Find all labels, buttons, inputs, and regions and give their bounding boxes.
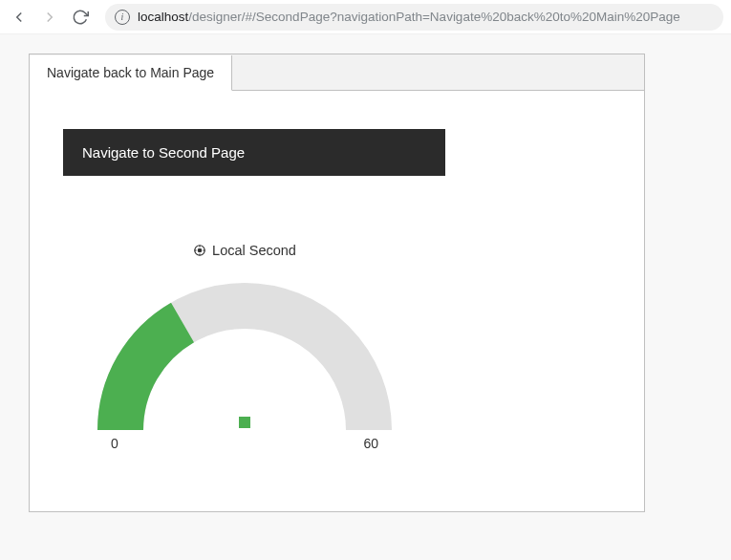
navigate-second-page-button[interactable]: Navigate to Second Page xyxy=(63,129,445,176)
svg-point-1 xyxy=(198,248,202,252)
gauge-max-label: 60 xyxy=(363,436,378,451)
gauge-chart: Local Second 0 60 xyxy=(82,243,407,451)
address-bar[interactable]: i localhost/designer/#/SecondPage?naviga… xyxy=(105,4,723,31)
tab-bar: Navigate back to Main Page xyxy=(30,54,644,91)
back-button[interactable] xyxy=(8,6,31,29)
legend-marker xyxy=(239,417,250,428)
panel-body: Navigate to Second Page Local Second xyxy=(30,91,644,511)
page-content: Navigate back to Main Page Navigate to S… xyxy=(0,34,731,531)
arrow-right-icon xyxy=(41,9,58,26)
site-info-icon[interactable]: i xyxy=(115,10,130,25)
browser-toolbar: i localhost/designer/#/SecondPage?naviga… xyxy=(0,0,731,34)
gauge-title: Local Second xyxy=(212,243,296,258)
url-text: localhost/designer/#/SecondPage?navigati… xyxy=(138,10,680,24)
gauge-header: Local Second xyxy=(82,243,407,258)
refresh-button[interactable] xyxy=(69,6,92,29)
gauge-axis-labels: 0 60 xyxy=(92,436,398,451)
main-panel: Navigate back to Main Page Navigate to S… xyxy=(29,54,645,512)
forward-button[interactable] xyxy=(38,6,61,29)
tag-icon xyxy=(193,244,206,257)
tab-label: Navigate back to Main Page xyxy=(47,65,214,80)
button-label: Navigate to Second Page xyxy=(82,144,245,161)
url-host: localhost xyxy=(138,10,188,24)
gauge-min-label: 0 xyxy=(111,436,118,451)
gauge-arc xyxy=(92,277,398,440)
refresh-icon xyxy=(72,9,89,26)
arrow-left-icon xyxy=(11,9,28,26)
tab-navigate-back[interactable]: Navigate back to Main Page xyxy=(30,55,232,91)
url-path: /designer/#/SecondPage?navigationPath=Na… xyxy=(188,10,680,24)
